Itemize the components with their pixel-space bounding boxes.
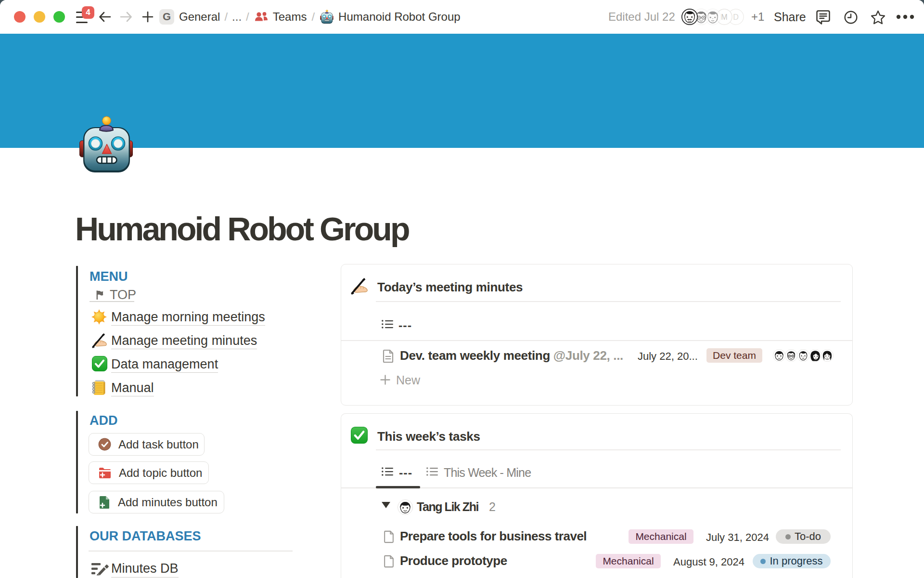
svg-text:D: D (733, 13, 739, 21)
svg-text:M: M (721, 13, 727, 21)
